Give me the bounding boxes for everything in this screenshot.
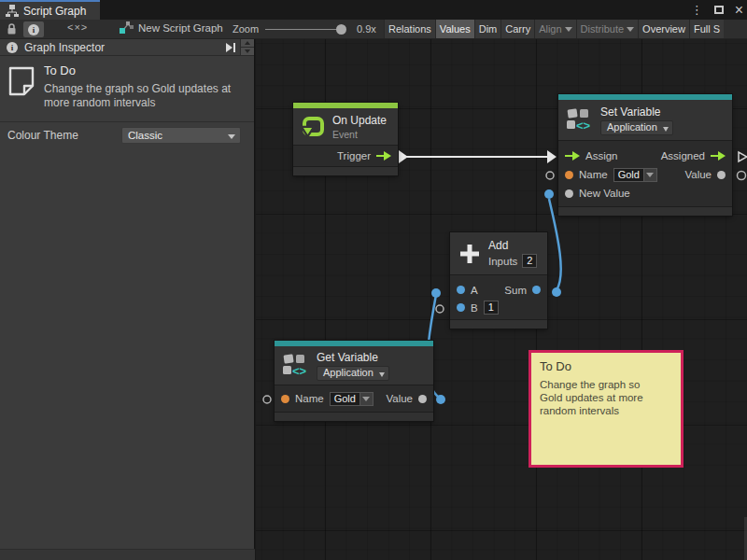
wire-endpoint[interactable] xyxy=(552,287,561,297)
colour-theme-label: Colour Theme xyxy=(7,129,78,142)
relations-button[interactable]: Relations xyxy=(384,20,435,38)
node-footer xyxy=(450,319,547,329)
graph-inspector-title: Graph Inspector xyxy=(24,41,105,54)
node-set-variable[interactable]: <> Set Variable Application Assign Assig… xyxy=(558,94,732,216)
node-title: Add xyxy=(488,239,537,252)
new-script-graph-button[interactable]: New Script Graph xyxy=(120,21,223,34)
scroll-down-button[interactable] xyxy=(241,48,254,56)
tab-script-graph[interactable]: Script Graph xyxy=(0,0,100,20)
new-value-input-port[interactable] xyxy=(565,189,573,198)
sticky-note-title: To Do xyxy=(540,359,672,373)
code-view-icon[interactable]: <×> xyxy=(67,21,88,33)
control-output-port[interactable] xyxy=(711,151,726,161)
svg-text:<>: <> xyxy=(292,364,307,378)
panel-scroll-arrows xyxy=(240,39,254,56)
sticky-note-text: random intervals xyxy=(540,404,672,417)
colour-theme-row: Colour Theme Classic xyxy=(0,122,254,148)
scroll-up-button[interactable] xyxy=(241,39,254,48)
inspector-toggle-button[interactable]: i xyxy=(23,21,44,37)
node-title: On Update xyxy=(332,114,387,127)
sum-output-port[interactable] xyxy=(532,286,541,294)
chevron-down-icon xyxy=(627,27,634,32)
node-footer xyxy=(275,412,433,421)
value-output-port[interactable] xyxy=(418,395,427,403)
input-b-port[interactable] xyxy=(457,303,465,312)
value-port-label: Value xyxy=(386,393,413,404)
port-indicator-circle[interactable] xyxy=(546,172,554,179)
input-a-label: A xyxy=(471,285,478,296)
note-title: To Do xyxy=(44,63,247,77)
sum-port-label: Sum xyxy=(504,285,527,296)
sticky-note[interactable]: To Do Change the graph so Gold updates a… xyxy=(529,350,684,468)
title-bar: Script Graph ⋮ × xyxy=(0,0,747,20)
wire-endpoint[interactable] xyxy=(544,189,554,199)
value-output-port[interactable] xyxy=(717,171,726,179)
zoom-slider-track[interactable] xyxy=(265,29,345,30)
port-indicator-triangle[interactable] xyxy=(739,152,747,161)
graph-inspector-panel: i Graph Inspector To Do Change the graph… xyxy=(0,39,255,560)
values-button[interactable]: Values xyxy=(435,20,474,38)
port-indicator-circle[interactable] xyxy=(436,305,444,313)
variable-scope-dropdown[interactable]: Application xyxy=(600,120,673,135)
node-add[interactable]: Add Inputs 2 A Sum B 1 xyxy=(450,232,547,329)
port-indicator-circle[interactable] xyxy=(263,396,271,403)
sticky-note-text: Gold updates at more xyxy=(540,391,672,404)
value-port-label: Value xyxy=(684,169,712,180)
variable-name-dropdown[interactable]: Gold xyxy=(613,168,657,182)
new-script-graph-icon xyxy=(120,21,134,34)
sticky-note-icon xyxy=(7,65,36,97)
chevron-down-icon xyxy=(362,397,370,401)
graph-canvas[interactable]: On Update Event Trigger <> xyxy=(256,39,747,560)
inputs-count-field[interactable]: 2 xyxy=(522,254,537,268)
node-title: Get Variable xyxy=(317,351,389,364)
name-port-label: Name xyxy=(579,169,608,180)
new-value-port-label: New Value xyxy=(579,188,630,199)
assigned-port-label: Assigned xyxy=(661,150,705,161)
node-get-variable[interactable]: <> Get Variable Application Name Gold Va… xyxy=(275,341,433,421)
name-input-port[interactable] xyxy=(565,171,573,179)
node-footer xyxy=(293,166,398,175)
chevron-down-icon xyxy=(565,27,572,32)
variable-name-dropdown[interactable]: Gold xyxy=(330,392,374,406)
script-graph-icon xyxy=(6,5,19,17)
collapse-panel-icon[interactable] xyxy=(226,43,235,52)
wire-endpoint[interactable] xyxy=(431,288,441,298)
zoom-value: 0.9x xyxy=(357,23,376,35)
fullscreen-button[interactable]: Full S xyxy=(689,20,724,38)
name-input-port[interactable] xyxy=(281,395,289,403)
wire-endpoint[interactable] xyxy=(436,395,445,404)
variable-scope-dropdown[interactable]: Application xyxy=(317,366,389,381)
name-port-label: Name xyxy=(295,393,324,404)
assign-port-label: Assign xyxy=(585,150,618,161)
window-menu-icon[interactable]: ⋮ xyxy=(691,0,703,20)
close-icon[interactable]: × xyxy=(735,2,743,19)
colour-theme-select[interactable]: Classic xyxy=(121,127,241,144)
graph-note-section: To Do Change the graph so Gold updates a… xyxy=(0,56,254,122)
input-b-field[interactable]: 1 xyxy=(484,301,499,315)
carry-button[interactable]: Carry xyxy=(500,20,534,38)
control-output-port[interactable] xyxy=(376,151,391,161)
chevron-down-icon xyxy=(228,134,235,139)
maximize-icon[interactable] xyxy=(714,6,724,14)
variables-icon: <> xyxy=(566,107,594,133)
panel-bottom-strip xyxy=(0,549,255,560)
port-indicator-circle[interactable] xyxy=(738,172,746,180)
zoom-slider-handle[interactable] xyxy=(336,24,346,35)
graph-inspector-header: i Graph Inspector xyxy=(0,39,254,56)
node-footer xyxy=(558,206,732,216)
lock-icon[interactable] xyxy=(7,22,17,35)
zoom-label: Zoom xyxy=(233,23,259,35)
input-a-port[interactable] xyxy=(457,286,465,294)
trigger-port-label: Trigger xyxy=(337,150,371,161)
wire-dest-arrow[interactable] xyxy=(547,150,557,163)
input-b-label: B xyxy=(471,302,478,314)
chevron-down-icon xyxy=(646,173,654,177)
distribute-button[interactable]: Distribute xyxy=(576,20,638,38)
control-input-port[interactable] xyxy=(565,151,580,161)
align-button[interactable]: Align xyxy=(534,20,575,38)
node-on-update[interactable]: On Update Event Trigger xyxy=(293,103,398,175)
svg-text:<>: <> xyxy=(576,119,591,133)
overview-button[interactable]: Overview xyxy=(638,20,689,38)
dim-button[interactable]: Dim xyxy=(474,20,501,38)
info-icon: i xyxy=(28,24,39,35)
